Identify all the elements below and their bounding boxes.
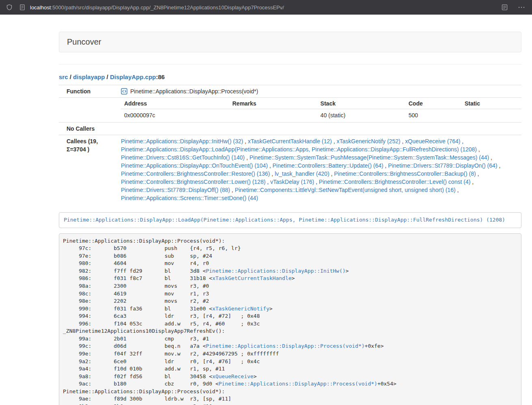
cell-static — [461, 109, 521, 122]
divider — [59, 64, 521, 65]
disassembly-symbol-link[interactable]: Pinetime::Applications::DisplayApp::Init… — [206, 268, 345, 274]
callee-link[interactable]: Pinetime::Drivers::Cst816S::GetTouchInfo… — [121, 154, 245, 161]
url-host: localhost — [30, 4, 51, 11]
disassembly-symbol-link[interactable]: xTaskGenericNotify — [212, 306, 269, 312]
breadcrumb-link[interactable]: DisplayApp.cpp — [110, 73, 156, 80]
breadcrumb-line-number: :86 — [156, 73, 165, 80]
function-icon — [121, 88, 127, 95]
column-header-static: Static — [461, 99, 521, 109]
url-bar[interactable]: localhost:5000/path/src/displayapp/Displ… — [18, 3, 493, 12]
callee-link[interactable]: Pinetime::Controllers::BrightnessControl… — [121, 170, 270, 177]
callee-link[interactable]: Pinetime::Controllers::BrightnessControl… — [121, 179, 265, 185]
callee-link[interactable]: Pinetime::Controllers::BrightnessControl… — [319, 179, 470, 185]
no-callers-label: No Callers — [59, 123, 118, 135]
callee-link[interactable]: xTaskGenericNotify (252) — [336, 138, 400, 144]
breadcrumb-link[interactable]: displayapp — [73, 73, 105, 80]
breadcrumb-link[interactable]: src — [59, 73, 68, 80]
callee-link[interactable]: Pinetime::Applications::DisplayApp::Load… — [121, 146, 477, 153]
callee-link[interactable]: Pinetime::Applications::DisplayApp::OnTo… — [121, 162, 268, 169]
cell-remarks — [229, 109, 317, 122]
breadcrumb-separator: / — [105, 73, 110, 80]
callee-link[interactable]: lv_task_handler (420) — [275, 170, 330, 177]
function-name: Pinetime::Applications::DisplayApp::Proc… — [130, 88, 258, 95]
callee-separator: , — [230, 187, 235, 193]
breadcrumb-separator: / — [68, 73, 73, 80]
cell-stack: 40 (static) — [317, 109, 405, 122]
callee-link[interactable]: Pinetime::System::SystemTask::PushMessag… — [250, 154, 489, 161]
callee-separator: , — [383, 162, 388, 169]
menu-icon[interactable]: ⋯ — [516, 4, 527, 11]
disassembly-code: Pinetime::Applications::DisplayApp::Proc… — [59, 233, 521, 405]
column-header-stack: Stack — [317, 99, 405, 109]
shield-icon[interactable] — [5, 3, 14, 12]
function-label: Function — [59, 85, 118, 98]
disassembly-symbol-link[interactable]: xTaskGetCurrentTaskHandle — [212, 275, 292, 281]
url-path: :5000/path/src/displayapp/DisplayApp.cpp… — [51, 4, 284, 11]
cell-code: 500 — [405, 109, 461, 122]
disassembly-symbol-link[interactable]: Pinetime::Applications::DisplayApp::Proc… — [219, 381, 377, 387]
callee-separator: , — [456, 187, 459, 193]
details-label-spacer — [59, 98, 118, 123]
callee-separator: , — [330, 170, 334, 177]
table-row: 0x0000097c 40 (static) 500 — [121, 109, 521, 122]
disassembly-symbol-link[interactable]: xQueueReceive — [212, 373, 254, 379]
symbol-link[interactable]: Pinetime::Applications::DisplayApp::Load… — [64, 217, 505, 223]
callees-list: Pinetime::Applications::DisplayApp::Init… — [118, 135, 521, 205]
browser-toolbar: localhost:5000/path/src/displayapp/Displ… — [0, 0, 532, 15]
reader-view-icon[interactable] — [500, 3, 509, 12]
column-header-remarks: Remarks — [229, 99, 317, 109]
disassembly-symbol-link[interactable]: Pinetime::Applications::DisplayApp::Proc… — [206, 343, 364, 349]
callee-link[interactable]: Pinetime::Applications::Screens::Timer::… — [121, 195, 258, 201]
details-row: Address Remarks Stack Code Static 0x0000… — [59, 98, 521, 123]
page-icon — [18, 3, 27, 12]
cell-address: 0x0000097c — [121, 109, 229, 122]
callee-separator: , — [489, 154, 492, 161]
callee-link[interactable]: Pinetime::Controllers::Battery::Update()… — [273, 162, 383, 169]
column-header-code: Code — [405, 99, 461, 109]
callee-link[interactable]: xTaskGetCurrentTaskHandle (12) — [248, 138, 332, 144]
breadcrumb: src / displayapp / DisplayApp.cpp:86 — [59, 73, 521, 81]
callee-link[interactable]: Pinetime::Components::LittleVgl::SetNewT… — [235, 187, 456, 193]
app-navbar: Puncover — [59, 32, 521, 52]
brand-link[interactable]: Puncover — [67, 37, 101, 47]
function-row: Function Pinetime::Applications::Display… — [59, 85, 521, 98]
callee-separator: , — [476, 170, 479, 177]
callee-separator: , — [243, 138, 248, 144]
callee-separator: , — [332, 138, 337, 144]
callee-separator: , — [314, 179, 319, 185]
callee-link[interactable]: Pinetime::Drivers::St7789::DisplayOn() (… — [388, 162, 497, 169]
callee-separator: , — [265, 179, 270, 185]
callee-link[interactable]: Pinetime::Drivers::St7789::DisplayOff() … — [121, 187, 230, 193]
url-text: localhost:5000/path/src/displayapp/Displ… — [30, 4, 284, 11]
no-callers-row: No Callers — [59, 123, 521, 135]
function-table: Function Pinetime::Applications::Display… — [59, 85, 521, 204]
callee-separator: , — [268, 162, 273, 169]
callee-separator: , — [401, 138, 405, 144]
callee-separator: , — [477, 146, 480, 153]
callees-row: Callees (19, Σ=3704 ) Pinetime::Applicat… — [59, 135, 521, 205]
callee-separator: , — [270, 170, 275, 177]
callee-link[interactable]: xQueueReceive (764) — [405, 138, 460, 144]
current-symbol-box: Pinetime::Applications::DisplayApp::Load… — [59, 212, 521, 228]
function-details-table: Address Remarks Stack Code Static 0x0000… — [121, 99, 521, 121]
callee-separator: , — [470, 179, 474, 185]
column-header-address: Address — [121, 99, 229, 109]
callee-link[interactable]: Pinetime::Applications::DisplayApp::Init… — [121, 138, 243, 144]
page-container: Puncover src / displayapp / DisplayApp.c… — [59, 32, 521, 405]
callee-link[interactable]: Pinetime::Controllers::BrightnessControl… — [334, 170, 476, 177]
no-callers-value — [118, 123, 521, 135]
details-header-row: Address Remarks Stack Code Static — [121, 99, 521, 109]
callee-separator: , — [498, 162, 501, 169]
callee-separator: , — [245, 154, 250, 161]
callee-link[interactable]: vTaskDelay (176) — [270, 179, 314, 185]
callee-separator: , — [460, 138, 463, 144]
callees-label: Callees (19, Σ=3704 ) — [59, 135, 118, 205]
